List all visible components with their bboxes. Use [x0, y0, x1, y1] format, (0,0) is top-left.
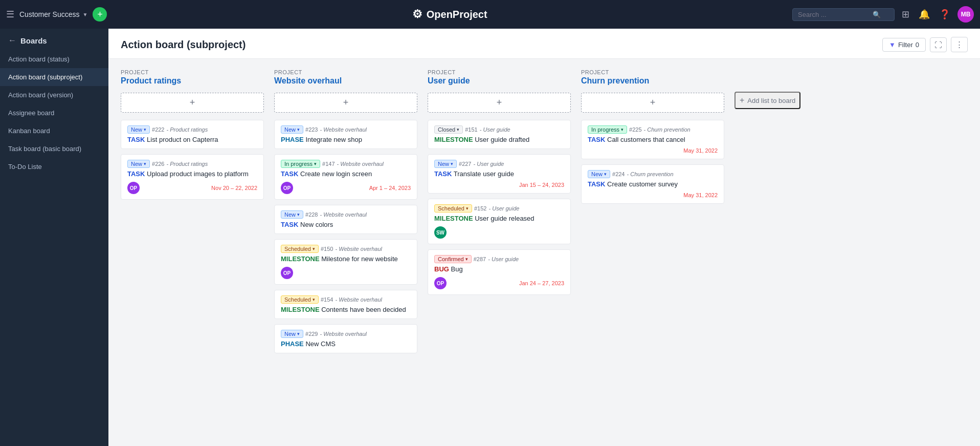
status-badge[interactable]: New ▾ — [127, 125, 150, 134]
sidebar: ← Boards Action board (status)Action boa… — [0, 29, 108, 446]
card-date: Nov 20 – 22, 2022 — [211, 185, 257, 191]
add-list-label: Add list to board — [747, 97, 795, 104]
card-meta: Scheduled ▾ #154 - Website overhaul — [281, 295, 411, 304]
card[interactable]: New ▾ #223 - Website overhaul PHASE Inte… — [274, 120, 417, 149]
card-title: Bug — [451, 265, 463, 273]
card-footer: OPNov 20 – 22, 2022 — [127, 182, 257, 194]
grid-icon[interactable]: ⊞ — [900, 7, 911, 22]
status-badge[interactable]: Confirmed ▾ — [434, 255, 472, 263]
column-add-button[interactable]: + — [274, 93, 417, 113]
card-footer: Jan 15 – 24, 2023 — [434, 182, 564, 188]
card-type: MILESTONE — [434, 136, 473, 143]
sidebar-item-assignee-board[interactable]: Assignee board — [0, 104, 108, 122]
sidebar-navigation: Action board (status)Action board (subpr… — [0, 50, 108, 446]
card-footer: May 31, 2022 — [588, 192, 718, 198]
card-footer: OPApr 1 – 24, 2023 — [281, 182, 411, 194]
status-badge[interactable]: New ▾ — [434, 160, 457, 168]
app-logo: ⚙ OpenProject — [412, 8, 487, 21]
project-selector[interactable]: Customer Success ▼ — [19, 10, 87, 18]
card-project-ref: - User guide — [474, 161, 504, 167]
card[interactable]: Confirmed ▾ #287 - User guide BUG Bug OP… — [428, 249, 571, 295]
search-box[interactable]: 🔍 — [792, 8, 895, 21]
card-project-ref: - Website overhaul — [335, 246, 382, 252]
card-body: MILESTONE Contents have been decided — [281, 306, 411, 313]
card[interactable]: Scheduled ▾ #150 - Website overhaul MILE… — [274, 239, 417, 285]
status-badge[interactable]: New ▾ — [281, 330, 303, 338]
card-date: Apr 1 – 24, 2023 — [369, 185, 411, 191]
sidebar-item-kanban-board[interactable]: Kanban board — [0, 122, 108, 140]
status-badge[interactable]: Closed ▾ — [434, 125, 463, 134]
card-id: #229 — [305, 331, 318, 337]
column-project-name: Website overhaul — [274, 76, 417, 86]
card[interactable]: Closed ▾ #151 - User guide MILESTONE Use… — [428, 120, 571, 149]
column-project-label: Project — [121, 69, 264, 75]
column-add-button[interactable]: + — [121, 93, 264, 113]
sidebar-item-action-version[interactable]: Action board (version) — [0, 86, 108, 104]
add-project-button[interactable]: + — [93, 7, 107, 22]
card-body: TASK Upload product images to platform — [127, 170, 257, 178]
column-add-button[interactable]: + — [428, 93, 571, 113]
card[interactable]: New ▾ #222 - Product ratings TASK List p… — [121, 120, 264, 149]
sidebar-item-action-status[interactable]: Action board (status) — [0, 50, 108, 68]
card[interactable]: New ▾ #229 - Website overhaul PHASE New … — [274, 324, 417, 353]
status-badge[interactable]: In progress ▾ — [588, 125, 627, 134]
card-type: TASK — [281, 221, 298, 228]
card-title: Milestone for new website — [321, 255, 398, 263]
card[interactable]: New ▾ #227 - User guide TASK Translate u… — [428, 154, 571, 194]
card[interactable]: In progress ▾ #147 - Website overhaul TA… — [274, 154, 417, 200]
filter-icon: ▼ — [889, 41, 896, 49]
search-input[interactable] — [798, 11, 870, 18]
column-header: Project Website overhaul — [274, 69, 417, 86]
card-type: TASK — [434, 170, 452, 178]
card[interactable]: New ▾ #226 - Product ratings TASK Upload… — [121, 154, 264, 200]
card-title: Contents have been decided — [321, 306, 406, 313]
avatar[interactable]: MB — [957, 6, 974, 23]
card-title: User guide released — [475, 215, 534, 222]
more-options-button[interactable]: ⋮ — [951, 37, 968, 52]
card[interactable]: New ▾ #228 - Website overhaul TASK New c… — [274, 205, 417, 234]
sidebar-item-action-subproject[interactable]: Action board (subproject) — [0, 68, 108, 86]
card-project-ref: - User guide — [480, 126, 510, 133]
filter-button[interactable]: ▼ Filter 0 — [882, 38, 926, 52]
sidebar-back-button[interactable]: ← — [8, 36, 16, 45]
card-type: TASK — [127, 136, 145, 143]
help-icon[interactable]: ❓ — [937, 7, 952, 22]
bell-icon[interactable]: 🔔 — [917, 7, 932, 22]
column-churn-prevention: Project Churn prevention + In progress ▾… — [581, 69, 724, 436]
status-badge[interactable]: New ▾ — [281, 210, 303, 219]
add-list-plus-icon: + — [740, 96, 744, 105]
search-icon: 🔍 — [873, 11, 881, 18]
status-badge[interactable]: New ▾ — [127, 160, 150, 168]
card-project-ref: - Product ratings — [167, 126, 208, 133]
column-add-button[interactable]: + — [581, 93, 724, 113]
card-meta: Scheduled ▾ #152 - User guide — [434, 204, 564, 213]
status-badge[interactable]: New ▾ — [281, 125, 303, 134]
card-date: Jan 24 – 27, 2023 — [519, 280, 564, 286]
status-badge[interactable]: Scheduled ▾ — [281, 245, 319, 253]
column-header: Project Churn prevention — [581, 69, 724, 86]
status-badge[interactable]: Scheduled ▾ — [281, 295, 319, 304]
card-body: PHASE Integrate new shop — [281, 136, 411, 143]
status-badge[interactable]: Scheduled ▾ — [434, 204, 472, 213]
card[interactable]: New ▾ #224 - Churn prevention TASK Creat… — [581, 164, 724, 204]
card[interactable]: In progress ▾ #225 - Churn prevention TA… — [581, 120, 724, 159]
fullscreen-button[interactable]: ⛶ — [930, 37, 947, 52]
sidebar-item-todo-liste[interactable]: To-Do Liste — [0, 158, 108, 176]
card[interactable]: Scheduled ▾ #152 - User guide MILESTONE … — [428, 199, 571, 244]
card-type: PHASE — [281, 136, 304, 143]
page-actions: ▼ Filter 0 ⛶ ⋮ — [882, 37, 968, 52]
status-badge[interactable]: New ▾ — [588, 170, 610, 178]
status-badge[interactable]: In progress ▾ — [281, 160, 320, 168]
card-title: New CMS — [305, 340, 336, 348]
sidebar-item-task-board[interactable]: Task board (basic board) — [0, 140, 108, 158]
menu-icon[interactable]: ☰ — [6, 9, 14, 20]
card-body: TASK New colors — [281, 221, 411, 228]
card-meta: New ▾ #229 - Website overhaul — [281, 330, 411, 338]
card-body: MILESTONE User guide released — [434, 215, 564, 222]
sidebar-header: ← Boards — [0, 29, 108, 50]
card-type: BUG — [434, 265, 449, 273]
add-list-button[interactable]: + Add list to board — [734, 92, 800, 109]
card-date: May 31, 2022 — [683, 147, 718, 154]
card-title: Translate user guide — [454, 170, 514, 178]
card[interactable]: Scheduled ▾ #154 - Website overhaul MILE… — [274, 290, 417, 319]
